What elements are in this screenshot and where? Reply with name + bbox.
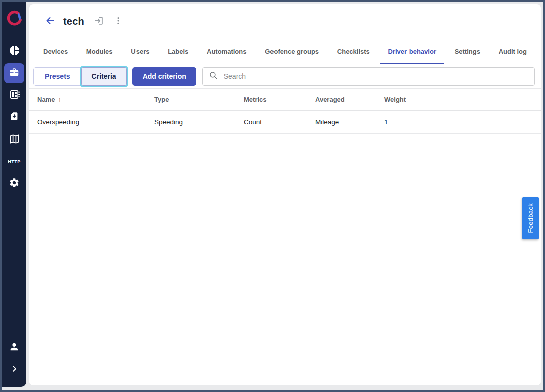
sidebar-item-dashboard[interactable] [4,41,24,61]
export-button[interactable] [93,15,104,28]
cell-type: Speeding [154,118,244,126]
main-content: tech [26,2,543,390]
pie-chart-icon [9,45,20,58]
arrow-left-icon [44,15,56,29]
exit-to-app-icon [93,15,104,28]
sidebar-nav: HTTP [4,41,24,196]
tab-automations[interactable]: Automations [199,39,254,64]
map-icon [9,133,20,147]
feedback-label: Feedback [527,203,534,233]
arrow-up-icon: ↑ [58,96,61,103]
sidebar-item-settings[interactable] [4,174,24,194]
sidebar-item-map[interactable] [4,129,24,150]
tab-driver-behavior[interactable]: Driver behavior [380,39,444,64]
chevron-right-icon [10,364,19,375]
column-header-weight[interactable]: Weight [384,96,533,103]
toolbar: Presets Criteria Add criterion [29,64,541,89]
panel-header: tech [29,4,541,39]
add-criterion-button[interactable]: Add criterion [132,67,196,86]
tab-modules[interactable]: Modules [78,39,121,64]
cell-averaged: Mileage [315,118,384,126]
more-menu-button[interactable] [113,15,123,28]
sidebar: HTTP [2,2,26,387]
kebab-menu-icon [113,15,123,28]
magnifier-icon [209,71,218,82]
column-header-metrics[interactable]: Metrics [244,96,315,103]
tab-geofence-groups[interactable]: Geofence groups [257,39,327,64]
sidebar-expand-toggle[interactable] [4,360,24,380]
tab-audit-log[interactable]: Audit log [491,39,535,64]
search-box[interactable] [202,67,535,86]
tab-labels[interactable]: Labels [160,39,196,64]
tab-users[interactable]: Users [123,39,157,64]
table-row[interactable]: Overspeeding Speeding Count Mileage 1 [29,111,541,134]
tab-checklists[interactable]: Checklists [329,39,378,64]
column-header-averaged[interactable]: Averaged [315,96,384,103]
empty-area [29,134,541,385]
sidebar-item-sim-updates[interactable] [4,107,24,127]
person-icon [9,341,20,354]
window-frame: HTTP [0,0,545,392]
cell-name: Overspeeding [37,118,154,126]
search-input[interactable] [224,72,528,80]
gear-icon [9,177,20,190]
briefcase-icon [9,67,20,80]
presets-button[interactable]: Presets [33,67,82,86]
table-header: Name ↑ Type Metrics Averaged Weight [29,89,541,111]
sidebar-bottom [4,338,24,382]
cell-metrics: Count [244,118,315,126]
panel: tech [29,4,541,385]
cell-weight: 1 [384,118,533,126]
app-logo[interactable] [5,5,23,33]
feedback-tab[interactable]: Feedback [522,197,539,239]
sidebar-item-http[interactable]: HTTP [4,152,24,172]
sidebar-item-fleet[interactable] [4,63,24,83]
page-title: tech [63,16,84,27]
brand-swirl-icon [5,9,23,29]
chip-module-icon [9,89,20,102]
sidebar-item-modules[interactable] [4,85,24,105]
http-label: HTTP [8,159,21,164]
tab-bar: Devices Modules Users Labels Automations… [29,39,541,64]
tab-devices[interactable]: Devices [35,39,76,64]
sim-download-icon [9,111,20,124]
column-header-name[interactable]: Name ↑ [37,96,154,103]
criteria-button[interactable]: Criteria [81,67,127,86]
column-header-type[interactable]: Type [154,96,244,103]
sidebar-item-account[interactable] [4,338,24,358]
back-button[interactable] [44,15,56,29]
tab-settings[interactable]: Settings [447,39,488,64]
